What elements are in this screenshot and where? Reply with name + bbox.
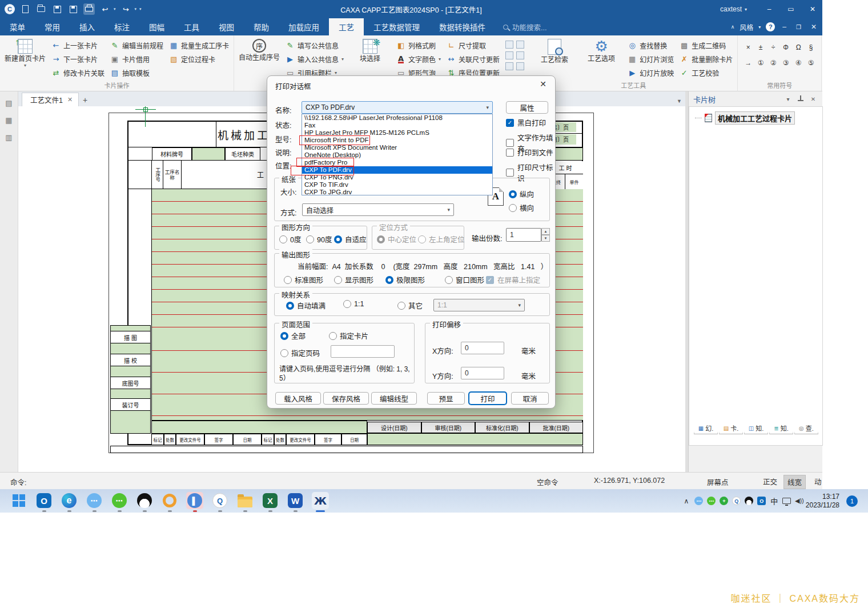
mini-tool-icon-4[interactable] (516, 51, 524, 59)
cancel-button[interactable]: 取消 (511, 392, 549, 405)
tab-cards[interactable]: ▤卡. (719, 422, 743, 434)
x-offset-input[interactable]: 0 (461, 342, 504, 354)
redo-caret-icon[interactable]: ▾ (135, 7, 137, 11)
tab-search[interactable]: ◎查. (794, 422, 818, 434)
dock-panel-icon-1[interactable]: ▤ (4, 97, 14, 109)
column-format-brush-button[interactable]: ◧列格式刷 (396, 39, 441, 51)
notification-badge[interactable]: 1 (846, 495, 858, 507)
outlook-icon[interactable]: O (35, 492, 53, 509)
account-menu[interactable]: caxtest▾ (720, 5, 747, 13)
process-check-button[interactable]: ✓工艺校验 (680, 67, 733, 79)
linewidth-toggle[interactable]: 线宽 (783, 475, 806, 489)
method-combo[interactable]: 自动选择▾ (302, 203, 454, 216)
word-icon[interactable]: W (287, 492, 304, 509)
menu-tab[interactable]: 帮助 (244, 18, 279, 35)
auto-fit-radio[interactable]: 自适应 (334, 234, 367, 245)
volume-icon[interactable]: ◀)) (793, 497, 806, 505)
deg90-radio[interactable]: 90度 (306, 234, 332, 245)
doc-minimize-icon[interactable]: – (780, 23, 789, 31)
menu-tab[interactable]: 工艺 (329, 18, 364, 35)
symbol-button[interactable]: × (742, 42, 754, 53)
dialog-close-icon[interactable]: ✕ (538, 79, 548, 89)
active-recorder-icon[interactable]: ▌ (186, 492, 203, 509)
fill-public-info-button[interactable]: ✎填写公共信息 (286, 39, 344, 51)
mini-tool-icon-1[interactable] (505, 41, 513, 49)
save-as-icon[interactable] (67, 3, 79, 15)
tray-wechat-icon[interactable]: ⋯ (705, 497, 718, 505)
menu-tab[interactable]: 菜单 (0, 18, 35, 35)
new-tab-button[interactable]: + (79, 94, 91, 106)
printer-option[interactable]: CXP To JPG.drv (302, 189, 492, 195)
find-replace-button[interactable]: ◎查找替换 (628, 39, 674, 51)
edit-linetype-button[interactable]: 编辑线型 (371, 392, 417, 405)
doc-restore-icon[interactable]: ❐ (794, 24, 803, 30)
linked-dim-update-button[interactable]: ↔关联尺寸更新 (447, 53, 500, 65)
one-to-one-radio[interactable]: 1:1 (343, 300, 364, 308)
other-scale-radio[interactable]: 其它 (397, 300, 423, 311)
tab-knowledge-list[interactable]: ≣知. (769, 422, 793, 434)
wechat-icon[interactable]: ⋯ (111, 492, 128, 509)
tab-knowledge-tree[interactable]: ◫知. (744, 422, 768, 434)
standard-graphic-radio[interactable]: 标准图形 (284, 274, 323, 285)
ribbon-collapse-icon[interactable]: ∧ (731, 24, 735, 30)
minimize-button[interactable]: – (760, 0, 779, 18)
mini-tool-icon-2[interactable] (516, 41, 524, 49)
printer-name-combo[interactable]: CXP To PDF.drv▾ (302, 101, 493, 114)
symbol-button[interactable]: ± (755, 42, 766, 53)
symbol-button[interactable]: Φ (780, 42, 791, 53)
symbol-button[interactable]: ④ (793, 58, 804, 68)
dimension-extract-button[interactable]: ∟尺寸提取 (447, 39, 500, 51)
modify-card-link-button[interactable]: ⇄修改卡片关联 (51, 67, 105, 79)
next-card-button[interactable]: →下一张卡片 (51, 53, 105, 65)
symbol-button[interactable]: → (742, 58, 754, 68)
auto-sequence-button[interactable]: 序 自动生成序号 (239, 38, 280, 81)
dock-panel-icon-3[interactable]: ▥ (4, 131, 14, 143)
generate-qrcode-button[interactable]: ▩生成二维码 (680, 39, 733, 51)
qat-customize-icon[interactable]: ▾ (139, 7, 142, 11)
printer-option[interactable]: \\192.168.2.58\HP LaserJet Professional … (302, 114, 492, 122)
save-icon[interactable] (51, 3, 63, 15)
menu-tab[interactable]: 工艺数据管理 (364, 18, 429, 35)
new-first-card-button[interactable]: ↑ 新建首页卡片 ▾ (5, 38, 46, 81)
taskbar-clock[interactable]: 13:17 2023/11/28 (806, 493, 839, 510)
tray-chat-icon[interactable]: ⋯ (693, 497, 705, 505)
screen-point-toggle[interactable]: 屏幕点 (707, 477, 729, 487)
open-file-icon[interactable] (35, 3, 47, 15)
center-position-radio[interactable]: 中心定位 (377, 234, 416, 245)
batch-delete-cards-button[interactable]: ✗批量删除卡片 (680, 53, 733, 65)
block-select-button[interactable]: ❋ 块选择 (349, 38, 391, 81)
topleft-position-radio[interactable]: 左上角定位 (418, 234, 465, 245)
mini-tool-icon-5[interactable] (505, 62, 513, 70)
limit-graphic-radio[interactable]: 极限图形 (385, 274, 425, 285)
menu-tab[interactable]: 常用 (35, 18, 70, 35)
print-to-file-check[interactable]: 打印到文件 (506, 147, 553, 158)
menu-tab[interactable]: 数据转换插件 (429, 18, 495, 35)
symbol-button[interactable]: ② (767, 58, 779, 68)
redo-icon[interactable]: ↪ (120, 3, 132, 15)
specify-card-radio[interactable]: 指定卡片 (329, 330, 368, 341)
menu-tab[interactable]: 加载应用 (279, 18, 329, 35)
qq-icon[interactable] (136, 492, 153, 509)
load-style-button[interactable]: 载入风格 (275, 392, 321, 405)
slide-show-button[interactable]: ▶幻灯片放映 (628, 67, 674, 79)
maximize-button[interactable]: ▭ (781, 0, 801, 18)
slide-browse-button[interactable]: ▦幻灯片浏览 (628, 53, 674, 65)
undo-caret-icon[interactable]: ▾ (114, 7, 116, 11)
card-tree-item[interactable]: 机械加工工艺过程卡片 (695, 111, 795, 125)
panel-menu-icon[interactable]: ▾ (783, 96, 793, 102)
symbol-button[interactable]: ③ (780, 58, 791, 68)
mini-tool-icon-6[interactable] (516, 62, 524, 70)
tray-qq-icon[interactable] (743, 497, 756, 505)
auto-fill-radio[interactable]: 自动填满 (286, 300, 326, 311)
y-offset-input[interactable]: 0 (461, 367, 504, 379)
menu-tab[interactable]: 工具 (174, 18, 209, 35)
landscape-radio[interactable]: 横向 (509, 202, 534, 213)
undo-icon[interactable]: ↩ (99, 3, 111, 15)
bw-print-check[interactable]: ✓黑白打印 (506, 117, 546, 128)
save-style-button[interactable]: 保存风格 (323, 392, 369, 405)
spinner-down-icon[interactable]: ▼ (541, 235, 550, 242)
chat-app-icon[interactable]: ⋯ (86, 492, 103, 509)
symbol-button[interactable]: § (805, 42, 817, 53)
spinner-up-icon[interactable]: ▲ (541, 228, 550, 235)
tray-browser-icon[interactable]: Q (730, 497, 743, 505)
